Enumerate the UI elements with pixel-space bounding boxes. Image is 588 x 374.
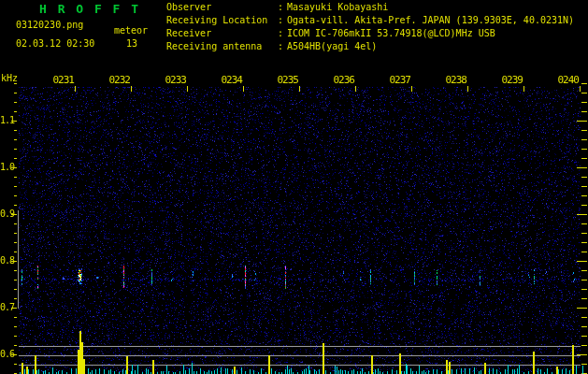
info-separator: : [278,41,287,51]
app-title: H R O F F T [39,2,140,16]
info-value: Masayuki Kobayashi [287,2,388,12]
time-tick-label: 0240 [552,74,579,86]
freq-tick-label: 0.9 [0,209,14,219]
observation-datetime: 02.03.12 02:30 [16,38,94,49]
output-filename: 03120230.png [16,20,83,30]
info-label: Receiving Location [166,15,278,25]
hrofft-screen: H R O F F T 03120230.png meteor 02.03.12… [0,0,588,374]
info-value: ICOM IC-706mkII 53.74918(@LCD)MHz USB [287,28,495,38]
time-tick-label: 0235 [271,74,298,86]
time-tick-label: 0239 [495,74,523,86]
info-label: Observer [166,2,278,12]
time-tick-label: 0232 [103,74,130,86]
info-separator: : [278,15,287,25]
freq-tick-label: 1.0 [0,162,14,172]
echo-count: 13 [126,38,137,49]
info-separator: : [278,2,287,12]
info-row-receiver: Receiver:ICOM IC-706mkII 53.74918(@LCD)M… [166,28,495,38]
freq-tick-label: 0.7 [0,302,14,312]
observation-mode: meteor [114,25,148,36]
freq-tick-label: 0.6 [0,349,14,359]
freq-tick-label: 0.8 [0,255,14,266]
info-value: Ogata-vill. Akita-Pref. JAPAN (139.9303E… [287,15,574,25]
time-tick-label: 0231 [47,74,74,86]
info-row-observer: Observer:Masayuki Kobayashi [166,2,388,12]
info-row-antenna: Receiving antenna:A504HB(yagi 4el) [166,41,377,51]
spectrogram-canvas [0,0,588,374]
time-tick-label: 0234 [215,74,242,86]
info-row-location: Receiving Location:Ogata-vill. Akita-Pre… [166,15,574,25]
time-tick-label: 0238 [439,74,466,86]
freq-tick-label: 1.1 [0,115,14,125]
info-label: Receiver [166,28,278,38]
info-value: A504HB(yagi 4el) [287,41,377,51]
time-tick-label: 0236 [327,74,354,86]
time-tick-label: 0237 [383,74,410,86]
info-label: Receiving antenna [166,41,278,51]
frequency-axis-unit: kHz [1,73,18,83]
info-separator: : [278,28,287,38]
time-tick-label: 0233 [159,74,186,86]
